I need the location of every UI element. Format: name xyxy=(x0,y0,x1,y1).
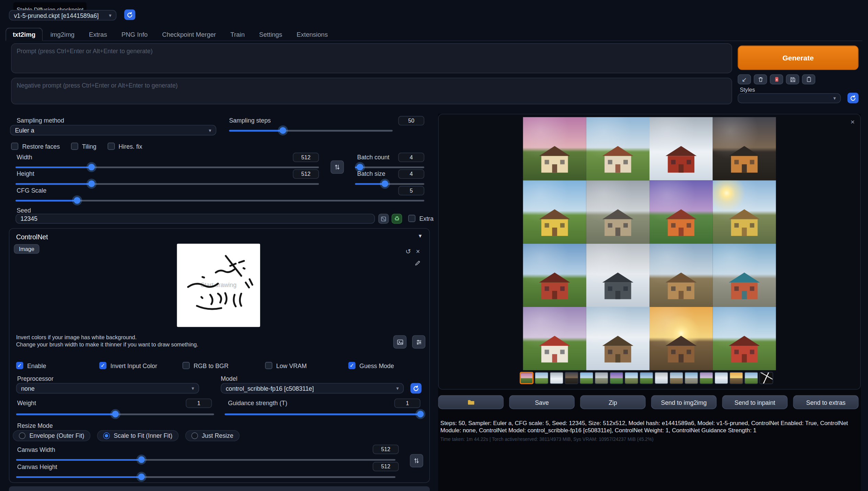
thumbnail-6[interactable] xyxy=(595,372,608,384)
collapse-icon[interactable]: ▼ xyxy=(418,233,422,239)
guess-mode-checkbox[interactable]: ✓ xyxy=(348,362,355,369)
slider-thumb[interactable] xyxy=(88,164,95,170)
thumbnail-16[interactable] xyxy=(744,372,758,384)
refresh-models-button[interactable] xyxy=(410,383,421,393)
clear-image-icon[interactable]: × xyxy=(416,248,420,255)
brush-width-button[interactable] xyxy=(412,335,425,349)
hires-fix-checkbox[interactable] xyxy=(107,142,115,150)
slider-thumb[interactable] xyxy=(138,473,144,480)
tab-txt2img[interactable]: txt2img xyxy=(5,28,43,41)
gallery-image-5[interactable] xyxy=(523,180,586,243)
gallery-image-7[interactable] xyxy=(649,180,713,243)
slider-thumb[interactable] xyxy=(73,197,80,204)
batch-count-value[interactable]: 4 xyxy=(398,153,424,162)
image-tab[interactable]: Image xyxy=(14,244,39,253)
slider-thumb[interactable] xyxy=(138,456,144,463)
controlnet-title[interactable]: ControlNet xyxy=(16,233,48,241)
clear-prompt-button[interactable] xyxy=(754,75,767,84)
script-accordion-partial[interactable] xyxy=(9,486,430,491)
canvas-width-value[interactable]: 512 xyxy=(373,445,399,454)
gallery-image-4[interactable] xyxy=(713,117,776,180)
sampling-steps-slider[interactable] xyxy=(229,127,393,134)
width-value[interactable]: 512 xyxy=(293,153,319,162)
tab-settings[interactable]: Settings xyxy=(253,28,289,41)
rgb-to-bgr-checkbox[interactable] xyxy=(183,362,190,369)
hires-fix-option[interactable]: Hires. fix xyxy=(107,142,142,150)
guess-mode-option[interactable]: ✓ Guess Mode xyxy=(348,362,394,369)
thumbnail-control-map[interactable] xyxy=(759,372,773,384)
restore-faces-option[interactable]: Restore faces xyxy=(11,142,60,150)
slider-thumb[interactable] xyxy=(356,164,363,170)
invert-input-color-checkbox[interactable]: ✓ xyxy=(99,362,106,369)
resize-scale-to-fit-radio[interactable]: Scale to Fit (Inner Fit) xyxy=(97,430,178,441)
extra-seed-option[interactable]: Extra xyxy=(408,215,434,222)
extra-networks-button[interactable] xyxy=(770,75,783,84)
tab-checkpoint-merger[interactable]: Checkpoint Merger xyxy=(155,28,223,41)
tab-img2img[interactable]: img2img xyxy=(44,28,81,41)
gallery-image-2[interactable] xyxy=(586,117,649,180)
undo-icon[interactable]: ↺ xyxy=(406,248,411,255)
thumbnail-7[interactable] xyxy=(610,372,623,384)
thumbnail-5[interactable] xyxy=(579,372,593,384)
thumbnail-3[interactable] xyxy=(550,372,563,384)
gallery-image-15[interactable] xyxy=(649,307,713,370)
checkpoint-dropdown[interactable]: v1-5-pruned.ckpt [e1441589a6] ▾ xyxy=(9,10,117,21)
thumbnail-4[interactable] xyxy=(565,372,578,384)
close-icon[interactable]: × xyxy=(851,118,855,126)
random-seed-button[interactable] xyxy=(378,214,389,224)
thumbnail-14[interactable] xyxy=(714,372,728,384)
gallery-image-14[interactable] xyxy=(586,307,649,370)
extra-seed-checkbox[interactable] xyxy=(408,215,415,222)
preprocessor-dropdown[interactable]: none ▾ xyxy=(16,383,199,393)
thumbnail-2[interactable] xyxy=(535,372,548,384)
tab-extensions[interactable]: Extensions xyxy=(290,28,335,41)
slider-thumb[interactable] xyxy=(417,411,424,417)
height-value[interactable]: 512 xyxy=(293,169,319,179)
tab-png-info[interactable]: PNG Info xyxy=(115,28,154,41)
resize-just-resize-radio[interactable]: Just Resize xyxy=(185,430,239,441)
width-slider[interactable] xyxy=(15,164,319,171)
gallery-image-13[interactable] xyxy=(523,307,586,370)
thumbnail-10[interactable] xyxy=(655,372,668,384)
reuse-seed-button[interactable]: ♻ xyxy=(391,214,402,224)
gallery-image-3[interactable] xyxy=(649,117,713,180)
weight-slider[interactable] xyxy=(16,411,214,418)
weight-value[interactable]: 1 xyxy=(186,399,212,408)
thumbnail-15[interactable] xyxy=(729,372,743,384)
gallery-image-11[interactable] xyxy=(649,244,713,307)
guidance-strength-value[interactable]: 1 xyxy=(394,399,420,408)
slider-thumb[interactable] xyxy=(382,180,388,187)
enable-option[interactable]: ✓ Enable xyxy=(16,362,46,369)
canvas-height-value[interactable]: 512 xyxy=(373,462,399,471)
gallery-image-9[interactable] xyxy=(523,244,586,307)
brush-icon[interactable] xyxy=(414,260,421,266)
thumbnail-9[interactable] xyxy=(640,372,653,384)
resize-envelope-radio[interactable]: Envelope (Outer Fit) xyxy=(13,430,90,441)
sampling-method-dropdown[interactable]: Euler a ▾ xyxy=(10,125,216,136)
send-to-img2img-button[interactable]: Send to img2img xyxy=(651,395,717,409)
sampling-steps-value[interactable]: 50 xyxy=(398,116,424,125)
apply-style-button[interactable] xyxy=(802,75,816,84)
tiling-checkbox[interactable] xyxy=(71,142,78,150)
thumbnail-8[interactable] xyxy=(624,372,638,384)
batch-size-value[interactable]: 4 xyxy=(398,169,424,179)
gallery-image-1[interactable] xyxy=(523,117,586,180)
save-style-button[interactable] xyxy=(786,75,799,84)
gallery-image-8[interactable] xyxy=(713,180,776,243)
rgb-to-bgr-option[interactable]: RGB to BGR xyxy=(183,362,228,369)
seed-input[interactable]: 12345 xyxy=(15,214,375,224)
cfg-scale-value[interactable]: 5 xyxy=(398,186,424,195)
height-slider[interactable] xyxy=(15,180,319,187)
gallery-image-6[interactable] xyxy=(586,180,649,243)
tab-extras[interactable]: Extras xyxy=(82,28,114,41)
gallery-image-16[interactable] xyxy=(713,307,776,370)
open-folder-button[interactable] xyxy=(438,395,504,409)
thumbnail-13[interactable] xyxy=(700,372,713,384)
tab-train[interactable]: Train xyxy=(224,28,251,41)
low-vram-checkbox[interactable] xyxy=(265,362,272,369)
send-to-inpaint-button[interactable]: Send to inpaint xyxy=(722,395,788,409)
swap-canvas-dims-button[interactable] xyxy=(410,454,423,467)
prompt-input[interactable] xyxy=(11,43,732,73)
controlnet-canvas[interactable]: Start drawing xyxy=(177,244,260,327)
slider-thumb[interactable] xyxy=(112,411,118,417)
